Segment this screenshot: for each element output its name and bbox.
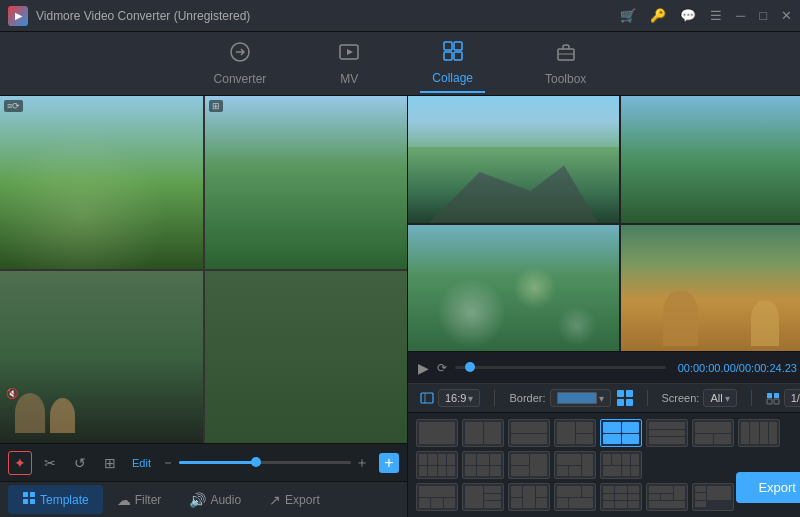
template-item-6[interactable]: [646, 419, 688, 447]
slider-plus[interactable]: ＋: [355, 454, 369, 472]
nav-mv[interactable]: MV: [326, 35, 372, 92]
template-item-5[interactable]: [600, 419, 642, 447]
tmpl-cell: [615, 501, 626, 508]
nav-converter[interactable]: Converter: [202, 35, 279, 92]
border-color-select[interactable]: ▾: [550, 389, 611, 407]
border-control: Border: ▾: [509, 389, 632, 407]
maximize-icon[interactable]: □: [759, 8, 767, 23]
tmpl-cell: [628, 501, 639, 508]
tmpl-cell: [695, 422, 731, 433]
tmpl-cell: [511, 422, 547, 433]
preview-cell-tl[interactable]: ≡⟳: [0, 96, 203, 269]
undo-icon[interactable]: ↺: [68, 451, 92, 475]
template-item-8[interactable]: [738, 419, 780, 447]
fraction-display[interactable]: 1/2 ▾: [784, 389, 800, 407]
aspect-ratio-control: 16:9 ▾: [420, 389, 480, 407]
chat-icon[interactable]: 💬: [680, 8, 696, 23]
nav-toolbox[interactable]: Toolbox: [533, 35, 598, 92]
template-item-12[interactable]: [554, 451, 596, 479]
filter-tab-icon: ☁: [117, 492, 131, 508]
template-item-1[interactable]: [416, 419, 458, 447]
time-display: 00:00:00.00/00:00:24.23: [678, 362, 797, 374]
template-item-2[interactable]: [462, 419, 504, 447]
audio-tab-icon: 🔊: [189, 492, 206, 508]
template-item-10[interactable]: [462, 451, 504, 479]
template-item-18[interactable]: [600, 483, 642, 511]
template-tab-icon: [22, 491, 36, 508]
rp-cell-bl: [408, 225, 619, 352]
export-button[interactable]: Export: [736, 472, 800, 503]
template-item-16[interactable]: [508, 483, 550, 511]
template-item-9[interactable]: [416, 451, 458, 479]
nav-collage[interactable]: Collage: [420, 34, 485, 93]
replay-button[interactable]: ⟳: [437, 361, 447, 375]
nav-bar: Converter MV Collage: [0, 32, 800, 96]
tmpl-cell: [490, 466, 501, 477]
template-item-7[interactable]: [692, 419, 734, 447]
star-edit-icon[interactable]: ✦: [8, 451, 32, 475]
template-item-19[interactable]: [646, 483, 688, 511]
tmpl-cell: [465, 466, 476, 477]
svg-rect-2: [444, 42, 452, 50]
progress-bar[interactable]: [455, 366, 666, 369]
svg-rect-3: [454, 42, 462, 50]
tmpl-cell: [484, 422, 502, 444]
fraction-icon: [766, 391, 780, 405]
play-button[interactable]: ▶: [418, 360, 429, 376]
tmpl-cell: [557, 454, 581, 465]
tmpl-cell: [695, 434, 713, 445]
right-preview-grid: [408, 96, 800, 351]
cut-icon[interactable]: ✂: [38, 451, 62, 475]
rp-cell-tl: [408, 96, 619, 223]
grid-pattern-icon[interactable]: [617, 390, 633, 406]
tmpl-cell: [707, 486, 731, 500]
tmpl-cell: [557, 466, 568, 477]
screen-select[interactable]: All ▾: [703, 389, 736, 407]
template-item-3[interactable]: [508, 419, 550, 447]
screen-label: Screen:: [662, 392, 700, 404]
bc-divider-2: [647, 390, 648, 406]
preview-cell-bl[interactable]: [0, 271, 203, 444]
tmpl-cell: [569, 466, 580, 477]
tab-export[interactable]: ↗ Export: [255, 486, 334, 514]
tmpl-cell: [603, 486, 614, 493]
fraction-control: 1/2 ▾: [766, 389, 800, 407]
tab-filter[interactable]: ☁ Filter: [103, 486, 176, 514]
template-item-4[interactable]: [554, 419, 596, 447]
window-controls: 🛒 🔑 💬 ☰ ─ □ ✕: [620, 8, 792, 23]
template-item-15[interactable]: [462, 483, 504, 511]
template-item-17[interactable]: [554, 483, 596, 511]
converter-label: Converter: [214, 72, 267, 86]
left-panel: ≡⟳ ⊞: [0, 96, 408, 517]
preview-cell-tr[interactable]: ⊞: [205, 96, 408, 269]
copy-icon[interactable]: ⊞: [98, 451, 122, 475]
tmpl-cell: [603, 501, 614, 508]
aspect-select[interactable]: 16:9 ▾: [438, 389, 480, 407]
preview-cell-br[interactable]: [205, 271, 408, 444]
edit-slider[interactable]: [179, 461, 351, 464]
tmpl-cell: [419, 466, 427, 477]
title-bar: ▶ Vidmore Video Converter (Unregistered)…: [0, 0, 800, 32]
key-icon[interactable]: 🔑: [650, 8, 666, 23]
converter-icon: [229, 41, 251, 68]
cart-icon[interactable]: 🛒: [620, 8, 636, 23]
svg-rect-10: [23, 499, 28, 504]
tmpl-cell: [557, 486, 581, 497]
template-item-14[interactable]: [416, 483, 458, 511]
template-item-11[interactable]: [508, 451, 550, 479]
add-clip-button[interactable]: +: [379, 453, 399, 473]
template-item-13[interactable]: [600, 451, 642, 479]
slider-minus[interactable]: －: [161, 454, 175, 472]
close-icon[interactable]: ✕: [781, 8, 792, 23]
tmpl-cell: [511, 434, 547, 445]
tmpl-cell: [569, 498, 593, 509]
tmpl-cell: [695, 501, 706, 507]
minimize-icon[interactable]: ─: [736, 8, 745, 23]
tab-audio[interactable]: 🔊 Audio: [175, 486, 255, 514]
template-item-20[interactable]: [692, 483, 734, 511]
tmpl-cell: [628, 494, 639, 501]
tmpl-cell: [603, 434, 621, 445]
menu-icon[interactable]: ☰: [710, 8, 722, 23]
tab-template[interactable]: Template: [8, 485, 103, 514]
border-color-swatch: [557, 392, 597, 404]
